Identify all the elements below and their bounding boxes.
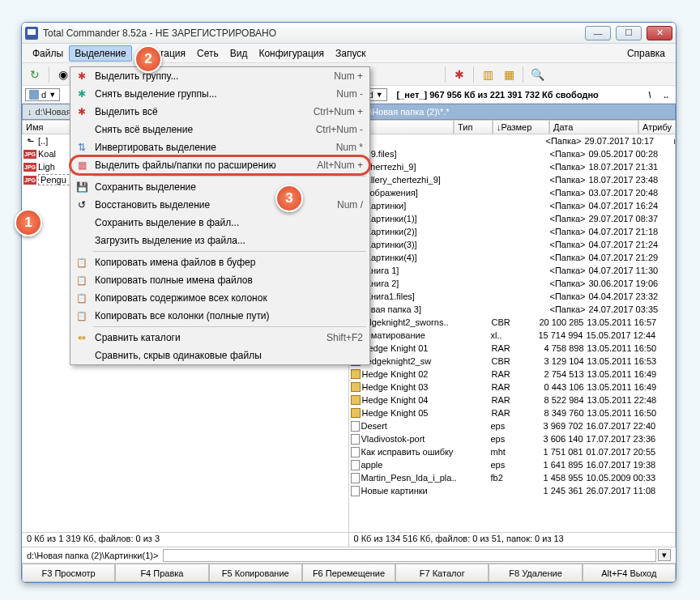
menu-view[interactable]: Вид [224, 45, 254, 62]
file-row[interactable]: [Книга1.files]<Папка>04.04.2017 23:32---… [349, 290, 676, 303]
menu-help[interactable]: Справка [621, 45, 671, 62]
menu-selection[interactable]: Выделение [69, 45, 132, 62]
menuitem-сохранить-выделение[interactable]: 💾Сохранить выделение [70, 178, 369, 196]
menuitem-копировать-все-колонки-п[interactable]: 📋Копировать все колонки (полные пути) [70, 307, 369, 325]
file-row[interactable]: [Книга 1]<Папка>04.07.2017 11:30---- [349, 264, 676, 277]
rar-icon [351, 394, 361, 406]
menuitem-снять-выделение-группы-[interactable]: ✱Снять выделение группы...Num - [70, 85, 369, 103]
file-size: <Папка> [532, 227, 589, 236]
file-row[interactable]: Deserteps3 969 70216.07.2017 22:40-a-- [349, 419, 676, 432]
file-row[interactable]: [99.files]<Папка>09.05.2017 00:28---- [349, 147, 676, 160]
file-row[interactable]: Vladivostok-porteps3 606 14017.07.2017 2… [349, 432, 676, 445]
refresh-icon[interactable]: ↻ [25, 65, 45, 84]
path-right[interactable]: ↓d:\Новая папка (2)\*.* [349, 104, 677, 120]
search-icon[interactable]: 🔍 [527, 65, 547, 84]
menu-config[interactable]: Конфигурация [253, 45, 330, 62]
file-row[interactable]: Hedge Knight 01RAR4 758 89813.05.2011 16… [349, 342, 676, 355]
file-row[interactable]: Hedge Knight 02RAR2 754 51313.05.2011 16… [349, 368, 676, 381]
file-row[interactable]: [Картинки(2)]<Папка>04.07.2017 21:18-a-- [349, 225, 676, 238]
menuitem-icon: 📋 [75, 309, 88, 322]
menuitem-icon [75, 123, 88, 136]
menuitem-выделить-файлы-папки-по-[interactable]: ▦Выделить файлы/папки по расширениюAlt+N… [70, 156, 369, 174]
nav-root[interactable]: \ [643, 90, 656, 100]
file-date: 17.07.2017 23:36 [587, 434, 676, 444]
file-attr: -a-- [676, 486, 677, 496]
fnkey-altf4[interactable]: Alt+F4 Выход [583, 564, 676, 582]
col-size-right[interactable]: ↓Размер [493, 120, 549, 134]
file-row[interactable]: [Картинки]<Папка>04.07.2017 16:24---- [349, 199, 676, 212]
file-row[interactable]: hedgeknight2_swCBR3 129 10413.05.2011 16… [349, 355, 676, 368]
file-name: Hedge Knight 01 [362, 343, 492, 353]
fnkey-f5[interactable]: F5 Копирование [209, 564, 302, 582]
col-attr-right[interactable]: Атрибу [638, 120, 676, 134]
menuitem-инвертировать-выделение[interactable]: ⇅Инвертировать выделениеNum * [70, 138, 369, 156]
menuitem-выделить-группу-[interactable]: ✱Выделить группу...Num + [70, 67, 369, 85]
panel-right[interactable]: ⬑[..]<Папка>29.07.2017 10:17r---[99.file… [349, 134, 677, 532]
cmdline-dropdown[interactable]: ▾ [658, 549, 671, 561]
fnkey-f8[interactable]: F8 Удаление [489, 564, 582, 582]
file-name: [Картинки] [364, 201, 493, 211]
menuitem-выделить-вс-[interactable]: ✱Выделить всёCtrl+Num + [70, 103, 369, 121]
menuitem-shortcut: Num / [337, 199, 363, 211]
file-name: Vladivostok-port [361, 434, 491, 444]
fnkey-f7[interactable]: F7 Каталог [395, 564, 489, 582]
file-row[interactable]: Martin_Pesn_lda_i_pla..fb21 458 95510.05… [349, 471, 676, 484]
maximize-button[interactable]: ☐ [616, 26, 642, 40]
file-row[interactable]: [Книга 2]<Папка>30.06.2017 19:06---- [349, 277, 676, 290]
menu-files[interactable]: Файлы [27, 45, 69, 62]
file-row[interactable]: [Картинки(4)]<Папка>04.07.2017 21:29---- [349, 251, 676, 264]
menuitem-icon: ⇔ [75, 331, 88, 344]
file-row[interactable]: Hedge Knight 03RAR0 443 10613.05.2011 16… [349, 381, 676, 394]
file-row[interactable]: Как исправить ошибкуmht1 751 08101.07.20… [349, 445, 676, 458]
menuitem-загрузить-выделение-из-ф[interactable]: Загрузить выделение из файла... [70, 232, 369, 249]
col-date-right[interactable]: Дата [549, 120, 638, 134]
menu-start[interactable]: Запуск [330, 45, 372, 62]
edit2-icon[interactable]: ▦ [499, 65, 519, 84]
file-row[interactable]: Hedge Knight 04RAR8 522 98413.05.2011 22… [349, 394, 676, 406]
star2-red-icon[interactable]: ✱ [450, 65, 469, 84]
menu-net[interactable]: Сеть [191, 45, 224, 62]
cmdline-label: d:\Новая папка (2)\Картинки(1)> [27, 551, 158, 560]
menuitem-сравнить-каталоги[interactable]: ⇔Сравнить каталогиShift+F2 [70, 329, 369, 347]
menuitem-копировать-содержимое-вс[interactable]: 📋Копировать содержимое всех колонок [70, 289, 369, 307]
file-row[interactable]: edgeknight2_sworns..CBR20 100 28513.05.2… [349, 316, 676, 329]
file-row[interactable]: [allery_chertezhi_9]<Папка>18.07.2017 23… [349, 173, 676, 186]
file-row[interactable]: [Картинки(1)]<Папка>29.07.2017 08:37---- [349, 212, 676, 225]
file-row[interactable]: [Картинки(3)]<Папка>04.07.2017 21:24---- [349, 238, 676, 251]
menuitem-копировать-имена-файлов-[interactable]: 📋Копировать имена файлов в буфер [70, 253, 369, 271]
file-date: 01.07.2017 20:55 [587, 447, 676, 457]
file-name: [Книга 2] [364, 279, 493, 288]
drive-select-left[interactable]: d▼ [25, 88, 60, 101]
freespace-right: [_нет_] 967 956 Кб из 221 391 732 Кб сво… [397, 90, 599, 100]
file-row[interactable]: орматированиеxl..15 714 99415.05.2017 12… [349, 329, 676, 342]
titlebar: Total Commander 8.52a - НЕ ЗАРЕГИСТРИРОВ… [22, 23, 676, 44]
col-type-right[interactable]: Тип [454, 120, 493, 134]
menuitem-восстановить-выделение[interactable]: ↺Восстановить выделениеNum / [70, 196, 369, 214]
menuitem-снять-вс-выделение[interactable]: Снять всё выделениеCtrl+Num - [70, 121, 369, 138]
file-name: [Картинки(3)] [364, 240, 493, 249]
file-row[interactable]: Новые картинки1 245 36126.07.2017 11:08-… [349, 484, 676, 497]
menuitem-сравнить-скрыв-одинаковы[interactable]: Сравнить, скрыв одинаковые файлы [70, 347, 369, 364]
file-row[interactable]: [cherтezhi_9]<Папка>18.07.2017 21:31---- [349, 160, 676, 173]
fnkey-f3[interactable]: F3 Просмотр [22, 564, 115, 582]
file-row[interactable]: [овая папка 3]<Папка>24.07.2017 03:35---… [349, 303, 676, 316]
file-attr: -a-- [676, 434, 677, 444]
fnkey-f6[interactable]: F6 Перемещение [302, 564, 395, 582]
file-size: 1 751 081 [530, 447, 587, 457]
menuitem-icon: ⇅ [75, 141, 88, 154]
minimize-button[interactable]: — [585, 26, 611, 40]
status-right: 0 Кб из 134 516 Кб, файлов: 0 из 51, пап… [349, 533, 677, 547]
file-attr: -a-- [676, 447, 677, 457]
fnkey-f4[interactable]: F4 Правка [115, 564, 208, 582]
file-row[interactable]: [зображения]<Папка>03.07.2017 20:48---- [349, 186, 676, 199]
menuitem-копировать-полные-имена-[interactable]: 📋Копировать полные имена файлов [70, 271, 369, 289]
file-row[interactable]: Hedge Knight 05RAR8 349 76013.05.2011 16… [349, 406, 676, 419]
nav-up[interactable]: .. [659, 90, 672, 100]
edit1-icon[interactable]: ▥ [478, 65, 497, 84]
close-button[interactable]: ✕ [647, 26, 672, 40]
cmdline-input[interactable] [163, 549, 656, 562]
file-name: [зображения] [364, 188, 493, 198]
file-row[interactable]: appleeps1 641 89516.07.2017 19:38-a-- [349, 458, 676, 471]
menuitem-сохранить-выделение-в-фа[interactable]: Сохранить выделение в файл... [70, 214, 369, 232]
file-row[interactable]: ⬑[..]<Папка>29.07.2017 10:17r--- [349, 134, 676, 147]
